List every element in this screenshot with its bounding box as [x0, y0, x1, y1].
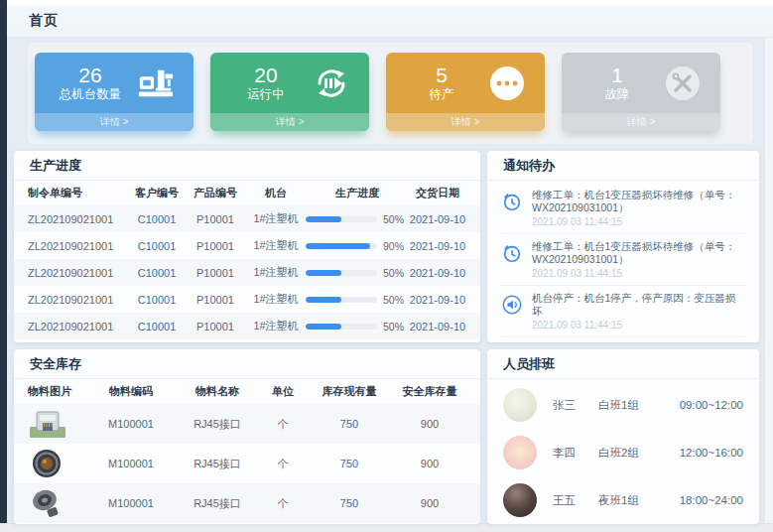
- safety-stock-panel: 安全库存 物料图片 物料编码 物料名称 单位 库存现有量 安全库存量 M1000…: [14, 349, 480, 524]
- table-row: M100001 RJ45接口 个 750 900: [14, 444, 480, 483]
- topbar: 首页: [7, 0, 773, 38]
- table-header: 制令单编号 客户编号 产品编号 机台 生产进度 交货日期: [14, 181, 480, 205]
- stat-card-total-machines[interactable]: 26 总机台数量 详情 >: [35, 53, 193, 131]
- stat-value: 5: [400, 64, 483, 86]
- panel-title: 通知待办: [487, 151, 759, 181]
- speaker-icon: [501, 294, 523, 316]
- table-row: ZL202109021001 C10001 P10001 1#注塑机 50% 2…: [14, 286, 480, 313]
- table-row: ZL202109021001 C10001 P10001 1#注塑机 50% 2…: [14, 259, 480, 286]
- notice-text: 维修工单：机台1变压器损坏待维修（单号：WX202109031001）: [532, 240, 745, 266]
- notice-item[interactable]: 机台停产：机台1停产，停产原因：变压器损坏 2021.09.03 11:44:1…: [501, 286, 745, 337]
- stat-label: 故障: [576, 86, 659, 103]
- clock-icon: [501, 242, 523, 264]
- notice-item[interactable]: 维修工单：机台1变压器损坏待维修（单号：WX202109031001） 2021…: [501, 234, 745, 286]
- running-icon: [312, 64, 351, 103]
- staff-shift: 白班1组: [598, 398, 670, 413]
- notice-item[interactable]: 维修工单：机台1变压器损坏待维修（单号：WX202109031001） 2021…: [501, 183, 745, 234]
- panel-title: 人员排班: [487, 349, 759, 379]
- detail-link[interactable]: 详情 >: [562, 113, 720, 131]
- progress-bar: 50%: [306, 294, 409, 306]
- avatar: [503, 436, 537, 469]
- staff-shift: 白班2组: [598, 446, 670, 461]
- staff-row: 王五 夜班1组 18:00~24:00: [503, 476, 743, 524]
- avatar: [503, 388, 537, 422]
- tab-home[interactable]: 首页: [29, 12, 59, 30]
- table-row: ZL202109021001 C10001 P10001 1#注塑机 90% 2…: [14, 232, 480, 259]
- staff-name: 李四: [553, 446, 598, 461]
- stat-value: 1: [576, 64, 659, 86]
- progress-bar: 50%: [306, 213, 409, 225]
- stat-label: 总机台数量: [49, 86, 132, 103]
- panel-title: 生产进度: [14, 151, 480, 181]
- material-image-speaker-cone: [28, 487, 87, 519]
- table-row: M100001 RJ45接口 个 750 900: [14, 483, 480, 523]
- progress-bar: 50%: [306, 267, 409, 279]
- stat-card-running[interactable]: 20 运行中 详情 >: [210, 53, 369, 131]
- staff-time: 18:00~24:00: [680, 494, 743, 506]
- staff-schedule-panel: 人员排班 张三 白班1组 09:00~12:00 李四 白班2组 12:00~1…: [487, 349, 759, 524]
- stat-value: 26: [49, 64, 132, 86]
- detail-link[interactable]: 详情 >: [386, 113, 545, 131]
- notices-panel: 通知待办 维修工单：机台1变压器损坏待维修（单号：WX202109031001）…: [487, 151, 759, 342]
- staff-name: 张三: [553, 398, 598, 413]
- panel-title: 安全库存: [14, 349, 480, 379]
- staff-name: 王五: [553, 493, 598, 508]
- stat-card-pending[interactable]: 5 待产 详情 >: [386, 53, 545, 131]
- table-row: ZL202109021001 C10001 P10001 1#注塑机 50% 2…: [14, 205, 480, 232]
- notice-text: 机台停产：机台1停产，停产原因：变压器损坏: [532, 292, 745, 318]
- table-row: M100001 RJ45接口 个 750 900: [14, 404, 480, 444]
- material-image-speaker-driver: [28, 448, 87, 479]
- production-progress-panel: 生产进度 制令单编号 客户编号 产品编号 机台 生产进度 交货日期 ZL2021…: [14, 151, 480, 342]
- notice-time: 2021.09.03 11:44:15: [532, 216, 745, 228]
- stat-label: 待产: [400, 86, 483, 103]
- staff-row: 张三 白班1组 09:00~12:00: [503, 381, 743, 429]
- detail-link[interactable]: 详情 >: [210, 113, 369, 131]
- table-header: 物料图片 物料编码 物料名称 单位 库存现有量 安全库存量: [14, 379, 480, 404]
- stat-card-fault[interactable]: 1 故障 详情 >: [562, 53, 720, 131]
- staff-time: 09:00~12:00: [680, 399, 743, 411]
- stat-label: 运行中: [224, 86, 308, 103]
- ellipsis-icon: [487, 64, 527, 103]
- notice-time: 2021.09.03 11:44:15: [532, 320, 745, 332]
- notice-item[interactable]: 计划暂停：机台1生产计划已暂停 2021.09.03 11:44:15: [501, 337, 745, 342]
- table-row: ZL202109021001 C10001 P10001 1#注塑机 50% 2…: [14, 313, 480, 339]
- notice-text: 维修工单：机台1变压器损坏待维修（单号：WX202109031001）: [532, 189, 745, 214]
- progress-bar: 50%: [306, 321, 409, 332]
- clock-icon: [501, 191, 523, 212]
- staff-time: 12:00~16:00: [680, 447, 743, 459]
- tools-icon: [663, 64, 703, 103]
- avatar: [503, 483, 537, 517]
- left-edge-strip: [0, 0, 7, 523]
- stats-panel: 26 总机台数量 详情 > 20 运行中: [28, 43, 753, 144]
- staff-row: 李四 白班2组 12:00~16:00: [503, 429, 743, 476]
- detail-link[interactable]: 详情 >: [35, 113, 193, 131]
- staff-shift: 夜班1组: [598, 493, 670, 508]
- bottom-edge-strip: [0, 523, 773, 532]
- notice-time: 2021.09.03 11:44:15: [532, 268, 745, 280]
- stat-value: 20: [224, 64, 308, 86]
- material-image-rj45: [28, 408, 87, 440]
- machine-icon: [136, 64, 176, 103]
- progress-bar: 90%: [306, 240, 409, 252]
- scrollbar[interactable]: [764, 0, 773, 523]
